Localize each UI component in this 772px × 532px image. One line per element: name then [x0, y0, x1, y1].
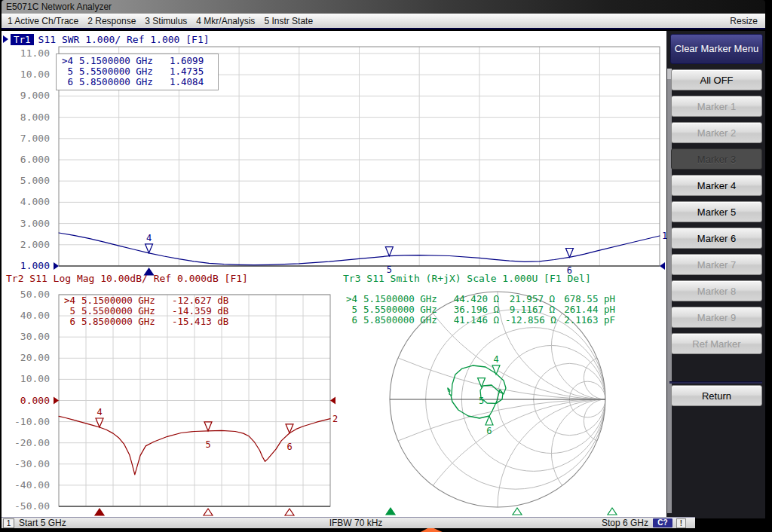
y-axis-tick-label: 0.000 [0, 395, 50, 407]
softkey-separator [669, 381, 762, 384]
menu-mkr-analysis[interactable]: 4 Mkr/Analysis [196, 16, 255, 26]
y-axis-tick-label: 3.000 [0, 218, 50, 230]
softkey-marker-9: Marker 9 [671, 307, 762, 328]
softkey-marker-6[interactable]: Marker 6 [671, 228, 762, 249]
y-axis-tick-label: 7.000 [0, 133, 50, 145]
menu-response[interactable]: 2 Response [87, 16, 136, 26]
y-axis-tick-label: -20.00 [0, 437, 50, 449]
marker-readout-row: >45.1500000 GHz44.420 Ω21.957 Ω678.55 pH [341, 294, 615, 304]
marker-readout-row: >45.1500000 GHz-12.627 dB [59, 295, 231, 306]
tr3-marker-readout: >45.1500000 GHz44.420 Ω21.957 Ω678.55 pH… [341, 294, 615, 326]
marker-readout-row: 55.5500000 GHz-14.359 dB [59, 306, 231, 316]
y-axis-tick-label: 8.000 [0, 112, 50, 124]
y-axis-tick-label: 30.00 [0, 331, 50, 343]
stop-frequency: Stop 6 GHz [582, 518, 648, 528]
softkey-menu-title: Clear Marker Menu [670, 34, 763, 64]
softkey-return[interactable]: Return [671, 385, 762, 406]
menu-instr-state[interactable]: 5 Instr State [264, 16, 313, 26]
y-axis-tick-label: 50.00 [0, 289, 50, 301]
y-axis-tick-label: -50.00 [0, 500, 50, 512]
tr2-marker-readout: >45.1500000 GHz-12.627 dB55.5500000 GHz-… [59, 295, 231, 327]
marker-readout-row: 65.8500000 GHz-15.413 dB [59, 316, 231, 327]
marker-readout-row: 55.5500000 GHz1.4735 [57, 66, 215, 77]
tr1-label-chip[interactable]: Tr1 [11, 34, 34, 45]
window-title: E5071C Network Analyzer [6, 1, 112, 14]
tr2-header: Tr2 S11 Log Mag 10.00dB/ Ref 0.000dB [F1… [6, 273, 248, 284]
y-axis-tick-label: -30.00 [0, 458, 50, 470]
marker-readout-row: 55.5500000 GHz36.196 Ω9.1167 Ω261.44 pH [341, 304, 615, 315]
menu-stimulus[interactable]: 3 Stimulus [145, 16, 187, 26]
ifbw-readout: IFBW 70 kHz [288, 518, 424, 528]
y-axis-tick-label: 20.00 [0, 352, 50, 364]
y-axis-tick-label: -10.00 [0, 416, 50, 428]
softkey-marker-7: Marker 7 [671, 254, 762, 275]
calibration-badge: C? [653, 518, 672, 527]
tr1-settings: S11 SWR 1.000/ Ref 1.000 [F1] [38, 34, 210, 45]
menu-resize[interactable]: Resize [730, 16, 758, 26]
menu-bar: 1 Active Ch/Trace 2 Response 3 Stimulus … [2, 14, 765, 29]
y-axis-tick-label: 10.00 [0, 69, 50, 81]
tr1-marker-readout: >45.1500000 GHz1.609955.5500000 GHz1.473… [56, 54, 219, 90]
y-axis-tick-label: 11.00 [0, 47, 50, 60]
window-titlebar: E5071C Network Analyzer [2, 0, 765, 14]
y-axis-tick-label: 40.00 [0, 310, 50, 322]
tr3-header: Tr3 S11 Smith (R+jX) Scale 1.000U [F1 De… [343, 273, 591, 284]
warning-indicator: ! [676, 518, 686, 528]
desktop: E5071C Network Analyzer 1 Active Ch/Trac… [0, 0, 772, 532]
marker-readout-row: 65.8500000 GHz41.146 Ω-12.856 Ω2.1163 pF [341, 315, 615, 326]
softkey-all-off[interactable]: All OFF [671, 69, 762, 90]
y-axis-tick-label: -40.00 [0, 479, 50, 491]
marker-readout-row: 65.8500000 GHz1.4084 [57, 77, 215, 87]
softkey-menu: Clear Marker Menu All OFFMarker 1Marker … [666, 31, 765, 518]
softkey-marker-5[interactable]: Marker 5 [671, 201, 762, 222]
y-axis-tick-label: 6.000 [0, 154, 50, 166]
y-axis-tick-label: 2.000 [0, 239, 50, 251]
y-axis-tick-label: 10.00 [0, 373, 50, 385]
softkey-marker-8: Marker 8 [671, 280, 762, 301]
softkey-ref-marker: Ref Marker [671, 333, 762, 354]
y-axis-tick-label: 4.000 [0, 196, 50, 208]
y-axis-tick-label: 1.000 [0, 260, 50, 272]
tr1-header: Tr1 S11 SWR 1.000/ Ref 1.000 [F1] [3, 33, 210, 45]
marker-readout-row: >45.1500000 GHz1.6099 [57, 56, 215, 66]
start-frequency: Start 5 GHz [19, 518, 66, 528]
y-axis-tick-label: 9.000 [0, 90, 50, 102]
softkey-marker-1: Marker 1 [671, 96, 762, 117]
status-bar: 1 Start 5 GHz IFBW 70 kHz Stop 6 GHz C? … [2, 517, 695, 528]
softkey-marker-2: Marker 2 [671, 122, 762, 143]
y-axis-tick-label: 5.000 [0, 175, 50, 187]
active-trace-indicator-icon [3, 35, 8, 43]
channel-indicator: 1 [3, 518, 14, 528]
menu-active-ch-trace[interactable]: 1 Active Ch/Trace [8, 16, 78, 26]
softkey-marker-4[interactable]: Marker 4 [671, 175, 762, 196]
softkey-marker-3[interactable]: Marker 3 [671, 148, 762, 170]
